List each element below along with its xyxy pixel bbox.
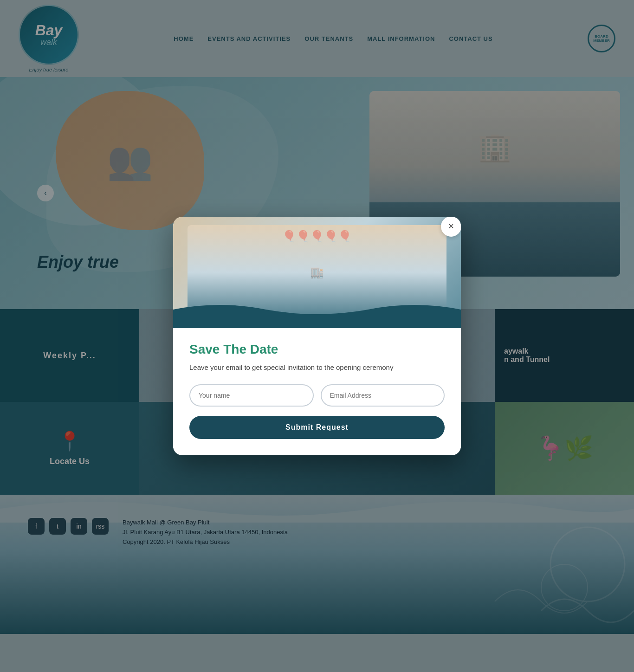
modal-close-button[interactable]: × <box>441 217 461 237</box>
modal-overlay[interactable]: × 🎈🎈🎈🎈🎈 🏬 Save The Date Leave your email… <box>0 0 634 672</box>
modal-subtitle: Leave your email to get special invitati… <box>189 362 445 373</box>
modal-wave-svg <box>173 300 461 328</box>
submit-request-button[interactable]: Submit Request <box>189 416 445 439</box>
modal-body: Save The Date Leave your email to get sp… <box>173 328 461 456</box>
name-input[interactable] <box>189 384 314 407</box>
modal-title: Save The Date <box>189 342 445 357</box>
balloons-decoration: 🎈🎈🎈🎈🎈 <box>282 230 352 243</box>
modal-form-row <box>189 384 445 407</box>
modal-image-area: 🎈🎈🎈🎈🎈 🏬 <box>173 217 461 328</box>
save-the-date-modal: × 🎈🎈🎈🎈🎈 🏬 Save The Date Leave your email… <box>173 217 461 456</box>
email-input[interactable] <box>321 384 445 407</box>
